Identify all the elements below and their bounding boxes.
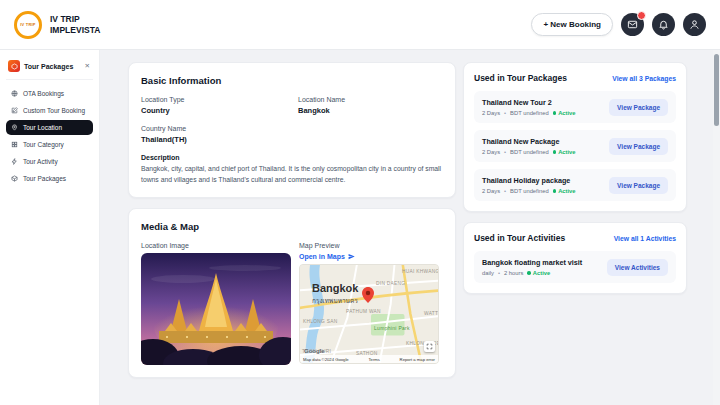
package-name: Thailand New Tour 2 — [482, 98, 576, 107]
status-text: Active — [558, 110, 575, 116]
sidebar-item-label: OTA Bookings — [23, 90, 64, 97]
field-value: Thailand(TH) — [141, 135, 286, 144]
field-label: Location Name — [298, 96, 443, 103]
sidebar-item-ota-bookings[interactable]: OTA Bookings — [6, 86, 93, 101]
description-label: Description — [141, 154, 443, 161]
messages-button[interactable] — [621, 13, 644, 36]
map-pin-icon — [362, 287, 374, 303]
sidebar-item-tour-category[interactable]: Tour Category — [6, 137, 93, 152]
send-icon — [348, 253, 355, 260]
view-all-activities-link[interactable]: View all 1 Activities — [614, 235, 676, 242]
notifications-button[interactable] — [652, 13, 675, 36]
activity-name: Bangkok floating market visit — [482, 258, 582, 267]
map-preview-label: Map Preview — [299, 242, 439, 249]
package-price: BDT undefined — [504, 188, 549, 194]
view-package-button[interactable]: View Package — [609, 138, 668, 155]
basic-information-title: Basic Information — [141, 75, 443, 86]
field-value: Country — [141, 106, 286, 115]
map-city-label: Bangkok — [312, 282, 358, 294]
status-dot — [553, 189, 557, 193]
status-badge: Active — [553, 188, 576, 194]
basic-information-fields: Location Type Country Location Name Bang… — [141, 96, 443, 144]
package-row: Thailand New Package 2 Days BDT undefine… — [474, 130, 676, 162]
package-price: BDT undefined — [504, 110, 549, 116]
media-map-title: Media & Map — [141, 221, 443, 232]
package-name: Thailand Holiday package — [482, 176, 576, 185]
status-text: Active — [558, 149, 575, 155]
app-root: IV TRIP IV TRIP IMPLEVISTA + New Booking — [0, 0, 720, 405]
view-activities-button[interactable]: View Activities — [607, 259, 668, 276]
report-error-link[interactable]: Report a map error — [400, 357, 435, 362]
sidebar-header: Tour Packages ✕ — [6, 58, 93, 80]
map-label: WATTHANA — [424, 311, 439, 316]
new-booking-button[interactable]: + New Booking — [531, 13, 613, 36]
package-meta: 2 Days BDT undefined Active — [482, 188, 576, 194]
map-preview-column: Map Preview Open in Maps — [299, 242, 439, 365]
field-label: Location Type — [141, 96, 286, 103]
map-label-park: Lumphini Park — [374, 325, 410, 331]
map-preview[interactable]: HUAI KHWANG DIN DAENG WATTHANA KHLONG SA… — [299, 264, 439, 364]
field-country-name: Country Name Thailand(TH) — [141, 125, 286, 144]
package-price: BDT undefined — [504, 149, 549, 155]
status-dot — [553, 150, 557, 154]
field-value: Bangkok — [298, 106, 443, 115]
close-icon[interactable]: ✕ — [84, 61, 91, 71]
package-days: 2 Days — [482, 110, 500, 116]
map-city-thai-label: กรุงเทพมหานคร — [312, 296, 358, 306]
location-image — [141, 253, 291, 365]
field-location-type: Location Type Country — [141, 96, 286, 115]
scrollbar-thumb[interactable] — [714, 54, 719, 126]
open-in-maps-link[interactable]: Open in Maps — [299, 253, 439, 260]
status-dot — [527, 271, 531, 275]
sidebar-item-tour-activity[interactable]: Tour Activity — [6, 154, 93, 169]
pencil-icon — [11, 107, 18, 114]
location-image-column: Location Image — [141, 242, 291, 365]
brand-logo: IV TRIP — [14, 11, 42, 39]
sidebar-title: Tour Packages — [24, 63, 80, 70]
package-days: 2 Days — [482, 149, 500, 155]
package-row: Thailand Holiday package 2 Days BDT unde… — [474, 169, 676, 201]
location-image-label: Location Image — [141, 242, 291, 249]
sidebar-item-custom-tour-booking[interactable]: Custom Tour Booking — [6, 103, 93, 118]
envelope-icon — [627, 19, 638, 30]
view-package-button[interactable]: View Package — [609, 177, 668, 194]
sidebar-item-label: Tour Location — [23, 124, 62, 131]
terms-link[interactable]: Terms — [368, 357, 379, 362]
sidebar-item-label: Tour Activity — [23, 158, 58, 165]
top-bar: IV TRIP IV TRIP IMPLEVISTA + New Booking — [0, 0, 720, 50]
sidebar-item-label: Tour Category — [23, 141, 64, 148]
top-bar-actions: + New Booking — [531, 13, 706, 36]
notification-badge — [637, 11, 646, 20]
media-map-card: Media & Map Location Image — [128, 208, 456, 378]
view-package-button[interactable]: View Package — [609, 99, 668, 116]
used-in-packages-card: Used in Tour Packages View all 3 Package… — [463, 62, 687, 212]
lightning-icon — [11, 158, 18, 165]
google-logo[interactable]: Google — [304, 348, 325, 354]
sidebar-item-tour-location[interactable]: Tour Location — [6, 120, 93, 135]
brand-logo-text: IV TRIP — [20, 22, 35, 27]
activity-meta: daily 2 hours Active — [482, 270, 582, 276]
map-label: DIN DAENG — [376, 281, 405, 286]
used-in-activities-title: Used in Tour Activities — [474, 233, 565, 243]
open-in-maps-text: Open in Maps — [299, 253, 345, 260]
globe-icon — [11, 90, 18, 97]
sidebar: Tour Packages ✕ OTA Bookings Custom Tour… — [0, 50, 100, 405]
status-badge: Active — [527, 270, 550, 276]
sidebar-item-tour-packages[interactable]: Tour Packages — [6, 171, 93, 186]
status-dot — [553, 111, 557, 115]
map-label: KHLONG SAN — [303, 319, 337, 324]
view-all-packages-link[interactable]: View all 3 Packages — [612, 75, 676, 82]
fullscreen-icon[interactable] — [424, 341, 435, 352]
package-name: Thailand New Package — [482, 137, 576, 146]
profile-button[interactable] — [683, 13, 706, 36]
right-column: Used in Tour Packages View all 3 Package… — [463, 62, 687, 304]
package-meta: 2 Days BDT undefined Active — [482, 149, 576, 155]
grid-icon — [11, 141, 18, 148]
activity-frequency: daily — [482, 270, 494, 276]
used-in-packages-title: Used in Tour Packages — [474, 73, 567, 83]
temple-photo-illustration — [141, 253, 291, 365]
description-text: Bangkok, city, capital, and chief port o… — [141, 164, 443, 185]
package-box-icon — [11, 175, 18, 182]
package-meta: 2 Days BDT undefined Active — [482, 110, 576, 116]
package-row: Thailand New Tour 2 2 Days BDT undefined… — [474, 91, 676, 123]
